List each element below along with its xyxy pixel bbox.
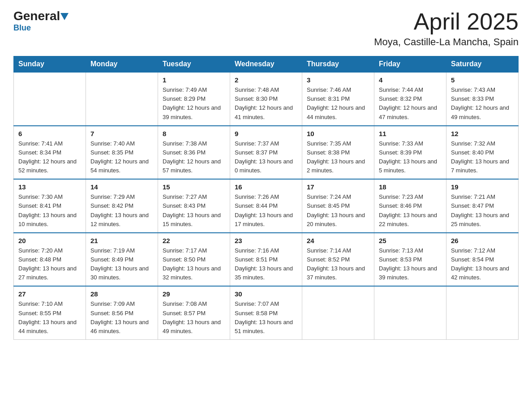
day-number: 30 xyxy=(235,290,297,298)
day-number: 15 xyxy=(163,183,225,191)
calendar-cell: 28Sunrise: 7:09 AMSunset: 8:56 PMDayligh… xyxy=(86,286,158,339)
calendar-cell: 20Sunrise: 7:20 AMSunset: 8:48 PMDayligh… xyxy=(14,233,86,287)
calendar-cell xyxy=(86,72,158,126)
calendar-cell xyxy=(14,72,86,126)
calendar-cell: 8Sunrise: 7:38 AMSunset: 8:36 PMDaylight… xyxy=(158,126,230,180)
calendar-cell: 3Sunrise: 7:46 AMSunset: 8:31 PMDaylight… xyxy=(302,72,374,126)
day-detail: Sunrise: 7:10 AMSunset: 8:55 PMDaylight:… xyxy=(18,300,81,336)
day-detail: Sunrise: 7:19 AMSunset: 8:49 PMDaylight:… xyxy=(90,246,153,283)
day-detail: Sunrise: 7:08 AMSunset: 8:57 PMDaylight:… xyxy=(163,300,225,336)
calendar-header: Sunday Monday Tuesday Wednesday Thursday… xyxy=(14,56,519,73)
calendar-cell xyxy=(446,286,519,339)
day-detail: Sunrise: 7:38 AMSunset: 8:36 PMDaylight:… xyxy=(163,139,225,176)
day-number: 10 xyxy=(307,130,369,137)
day-number: 19 xyxy=(451,183,514,191)
day-number: 1 xyxy=(163,76,225,84)
day-number: 18 xyxy=(379,183,442,191)
calendar-cell: 27Sunrise: 7:10 AMSunset: 8:55 PMDayligh… xyxy=(14,286,86,339)
calendar-cell: 22Sunrise: 7:17 AMSunset: 8:50 PMDayligh… xyxy=(158,233,230,287)
logo-general: General xyxy=(13,9,60,23)
day-number: 2 xyxy=(235,76,297,84)
calendar-body: 1Sunrise: 7:49 AMSunset: 8:29 PMDaylight… xyxy=(14,72,519,339)
day-number: 20 xyxy=(18,237,81,244)
day-detail: Sunrise: 7:09 AMSunset: 8:56 PMDaylight:… xyxy=(90,300,153,336)
col-wednesday: Wednesday xyxy=(230,56,302,73)
col-saturday: Saturday xyxy=(446,56,519,73)
day-number: 22 xyxy=(163,237,225,244)
day-detail: Sunrise: 7:17 AMSunset: 8:50 PMDaylight:… xyxy=(163,246,225,283)
day-detail: Sunrise: 7:32 AMSunset: 8:40 PMDaylight:… xyxy=(451,139,514,176)
day-number: 9 xyxy=(235,130,297,137)
day-detail: Sunrise: 7:21 AMSunset: 8:47 PMDaylight:… xyxy=(451,193,514,229)
calendar-cell: 5Sunrise: 7:43 AMSunset: 8:33 PMDaylight… xyxy=(446,72,519,126)
col-sunday: Sunday xyxy=(14,56,86,73)
day-detail: Sunrise: 7:20 AMSunset: 8:48 PMDaylight:… xyxy=(18,246,81,283)
calendar-cell: 12Sunrise: 7:32 AMSunset: 8:40 PMDayligh… xyxy=(446,126,519,180)
calendar-cell: 18Sunrise: 7:23 AMSunset: 8:46 PMDayligh… xyxy=(374,179,446,233)
day-detail: Sunrise: 7:35 AMSunset: 8:38 PMDaylight:… xyxy=(307,139,369,176)
col-thursday: Thursday xyxy=(302,56,374,73)
calendar-table: Sunday Monday Tuesday Wednesday Thursday… xyxy=(13,56,519,340)
col-friday: Friday xyxy=(374,56,446,73)
col-monday: Monday xyxy=(86,56,158,73)
day-detail: Sunrise: 7:14 AMSunset: 8:52 PMDaylight:… xyxy=(307,246,369,283)
logo-blue-text: Blue xyxy=(13,23,31,33)
calendar-cell: 26Sunrise: 7:12 AMSunset: 8:54 PMDayligh… xyxy=(446,233,519,287)
week-row-2: 6Sunrise: 7:41 AMSunset: 8:34 PMDaylight… xyxy=(14,126,519,180)
calendar-cell: 14Sunrise: 7:29 AMSunset: 8:42 PMDayligh… xyxy=(86,179,158,233)
day-number: 11 xyxy=(379,130,442,137)
calendar-cell: 19Sunrise: 7:21 AMSunset: 8:47 PMDayligh… xyxy=(446,179,519,233)
day-number: 8 xyxy=(163,130,225,137)
week-row-4: 20Sunrise: 7:20 AMSunset: 8:48 PMDayligh… xyxy=(14,233,519,287)
calendar-cell: 4Sunrise: 7:44 AMSunset: 8:32 PMDaylight… xyxy=(374,72,446,126)
day-number: 23 xyxy=(235,237,297,244)
day-number: 13 xyxy=(18,183,81,191)
day-number: 26 xyxy=(451,237,514,244)
day-number: 16 xyxy=(235,183,297,191)
calendar-cell xyxy=(302,286,374,339)
location-subtitle: Moya, Castille-La Mancha, Spain xyxy=(374,36,519,48)
calendar-cell: 24Sunrise: 7:14 AMSunset: 8:52 PMDayligh… xyxy=(302,233,374,287)
col-tuesday: Tuesday xyxy=(158,56,230,73)
logo-wordmark: General xyxy=(13,9,69,23)
day-number: 4 xyxy=(379,76,442,84)
day-detail: Sunrise: 7:29 AMSunset: 8:42 PMDaylight:… xyxy=(90,193,153,229)
calendar-cell: 29Sunrise: 7:08 AMSunset: 8:57 PMDayligh… xyxy=(158,286,230,339)
day-detail: Sunrise: 7:43 AMSunset: 8:33 PMDaylight:… xyxy=(451,86,514,122)
week-row-5: 27Sunrise: 7:10 AMSunset: 8:55 PMDayligh… xyxy=(14,286,519,339)
calendar-cell: 2Sunrise: 7:48 AMSunset: 8:30 PMDaylight… xyxy=(230,72,302,126)
calendar-cell xyxy=(374,286,446,339)
page-header: General Blue April 2025 Moya, Castille-L… xyxy=(13,9,519,48)
calendar-cell: 30Sunrise: 7:07 AMSunset: 8:58 PMDayligh… xyxy=(230,286,302,339)
day-detail: Sunrise: 7:24 AMSunset: 8:45 PMDaylight:… xyxy=(307,193,369,229)
day-detail: Sunrise: 7:23 AMSunset: 8:46 PMDaylight:… xyxy=(379,193,442,229)
day-detail: Sunrise: 7:07 AMSunset: 8:58 PMDaylight:… xyxy=(235,300,297,336)
logo-arrow-icon xyxy=(60,10,69,24)
day-number: 17 xyxy=(307,183,369,191)
day-number: 28 xyxy=(90,290,153,298)
calendar-cell: 16Sunrise: 7:26 AMSunset: 8:44 PMDayligh… xyxy=(230,179,302,233)
day-detail: Sunrise: 7:16 AMSunset: 8:51 PMDaylight:… xyxy=(235,246,297,283)
header-row: Sunday Monday Tuesday Wednesday Thursday… xyxy=(14,56,519,73)
day-number: 6 xyxy=(18,130,81,137)
day-detail: Sunrise: 7:48 AMSunset: 8:30 PMDaylight:… xyxy=(235,86,297,122)
day-detail: Sunrise: 7:33 AMSunset: 8:39 PMDaylight:… xyxy=(379,139,442,176)
week-row-3: 13Sunrise: 7:30 AMSunset: 8:41 PMDayligh… xyxy=(14,179,519,233)
calendar-cell: 23Sunrise: 7:16 AMSunset: 8:51 PMDayligh… xyxy=(230,233,302,287)
day-number: 29 xyxy=(163,290,225,298)
calendar-cell: 9Sunrise: 7:37 AMSunset: 8:37 PMDaylight… xyxy=(230,126,302,180)
calendar-cell: 13Sunrise: 7:30 AMSunset: 8:41 PMDayligh… xyxy=(14,179,86,233)
day-detail: Sunrise: 7:13 AMSunset: 8:53 PMDaylight:… xyxy=(379,246,442,283)
day-number: 7 xyxy=(90,130,153,137)
week-row-1: 1Sunrise: 7:49 AMSunset: 8:29 PMDaylight… xyxy=(14,72,519,126)
day-number: 3 xyxy=(307,76,369,84)
calendar-cell: 11Sunrise: 7:33 AMSunset: 8:39 PMDayligh… xyxy=(374,126,446,180)
day-detail: Sunrise: 7:27 AMSunset: 8:43 PMDaylight:… xyxy=(163,193,225,229)
calendar-cell: 7Sunrise: 7:40 AMSunset: 8:35 PMDaylight… xyxy=(86,126,158,180)
day-number: 25 xyxy=(379,237,442,244)
calendar-cell: 21Sunrise: 7:19 AMSunset: 8:49 PMDayligh… xyxy=(86,233,158,287)
day-detail: Sunrise: 7:46 AMSunset: 8:31 PMDaylight:… xyxy=(307,86,369,122)
month-title: April 2025 xyxy=(374,9,519,34)
day-number: 12 xyxy=(451,130,514,137)
calendar-cell: 10Sunrise: 7:35 AMSunset: 8:38 PMDayligh… xyxy=(302,126,374,180)
